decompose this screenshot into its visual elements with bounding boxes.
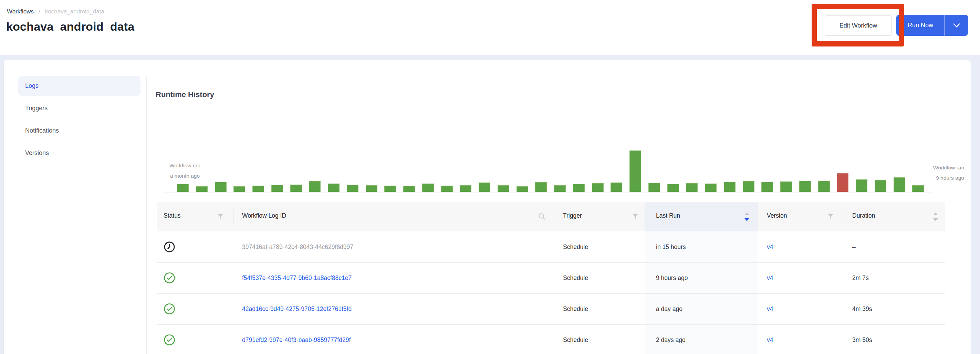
section-heading: Runtime History [156, 90, 214, 99]
chart-bar-run [498, 185, 509, 192]
chart-bar-run [743, 181, 754, 192]
chart-bar-run [780, 182, 792, 192]
success-check-icon [164, 272, 175, 285]
chart-bar-run [761, 182, 773, 192]
run-now-button[interactable]: Run Now [896, 15, 945, 36]
row-divider [157, 324, 945, 325]
sidebar-item-triggers[interactable]: Triggers [18, 99, 140, 118]
chart-bar-run [554, 185, 566, 192]
run-options-button[interactable] [945, 15, 968, 36]
breadcrumb-current: kochava_android_data [45, 8, 104, 15]
sidebar-item-notifications[interactable]: Notifications [18, 121, 140, 140]
section-divider [156, 118, 964, 118]
chart-bar-run [271, 185, 283, 192]
page-title: kochava_android_data [6, 20, 134, 33]
sort-asc-icon[interactable] [745, 212, 749, 215]
version-link[interactable]: v4 [767, 244, 773, 251]
chart-bar-run [347, 185, 358, 192]
chart-bar-run [177, 184, 189, 192]
row-divider [157, 293, 945, 294]
chart-bar-run [384, 186, 396, 192]
last-run-cell: 2 days ago [656, 336, 686, 344]
chart-bar-run [535, 182, 547, 192]
sort-desc-icon[interactable] [745, 218, 749, 221]
chart-bar-run [422, 183, 434, 192]
sidebar-divider [146, 77, 147, 354]
sort-asc-icon[interactable] [933, 212, 938, 215]
chart-bar-run [818, 181, 830, 192]
chart-bar-run [875, 180, 886, 192]
success-check-icon [164, 334, 175, 347]
filter-icon[interactable] [827, 214, 834, 219]
header-divider [644, 209, 645, 224]
log-id-cell[interactable]: f54f537e-4335-4d77-9b60-1a8acf88c1e7 [242, 274, 352, 282]
column-header-duration[interactable]: Duration [852, 212, 875, 219]
version-link[interactable]: v4 [767, 305, 773, 313]
edit-workflow-button[interactable]: Edit Workflow [825, 15, 892, 36]
column-header-trigger[interactable]: Trigger [563, 212, 582, 219]
chart-bar-run [366, 185, 377, 192]
last-run-cell: in 15 hours [656, 244, 686, 251]
runtime-history-chart [177, 147, 924, 192]
chart-bar-run [234, 186, 245, 192]
chart-bar-run [912, 185, 924, 192]
chart-bar-run [441, 186, 453, 192]
chart-bar-run [460, 185, 471, 192]
duration-cell: – [852, 244, 856, 251]
sidebar-item-versions[interactable]: Versions [18, 143, 140, 163]
log-id-cell[interactable]: d791efd2-907e-40f3-baab-9859777fd29f [242, 336, 350, 344]
filter-icon[interactable] [217, 214, 223, 219]
chart-bar-run [517, 186, 528, 192]
chart-baseline [165, 192, 931, 193]
last-run-cell: a day ago [656, 305, 682, 313]
sort-desc-icon[interactable] [933, 218, 938, 221]
chart-bar-run [799, 181, 811, 192]
header-divider [233, 209, 234, 224]
chart-bar-run [252, 186, 264, 192]
chart-bar-run [309, 181, 321, 192]
chart-bar-run [648, 183, 660, 192]
column-header-status[interactable]: Status [164, 212, 181, 219]
version-link[interactable]: v4 [767, 336, 773, 344]
chart-bar-run [630, 150, 641, 192]
chart-bar-run [705, 183, 717, 192]
trigger-cell: Schedule [563, 244, 588, 251]
breadcrumb-root[interactable]: Workflows [7, 8, 34, 15]
breadcrumb: Workflows/kochava_android_data [7, 8, 104, 15]
chart-bar-run [611, 182, 622, 192]
sidebar-item-logs[interactable]: Logs [18, 76, 140, 96]
run-now-split-button: Run Now [896, 15, 968, 36]
last-run-cell: 9 hours ago [656, 274, 688, 282]
workflow-detail-page: { "breadcrumb": { "root": "Workflows", "… [0, 0, 980, 354]
trigger-cell: Schedule [563, 305, 588, 313]
scheduled-clock-icon [164, 241, 175, 254]
version-link[interactable]: v4 [767, 274, 773, 282]
column-header-version[interactable]: Version [767, 212, 787, 219]
trigger-cell: Schedule [563, 274, 588, 282]
chart-bar-run [573, 184, 585, 192]
chart-bar-run [686, 183, 698, 192]
breadcrumb-separator: / [38, 8, 40, 15]
chart-bar-run [479, 182, 490, 192]
search-icon[interactable] [538, 212, 546, 221]
header-divider [843, 209, 843, 224]
filter-icon[interactable] [632, 214, 638, 219]
chart-bar-run [667, 184, 679, 192]
column-header-last-run[interactable]: Last Run [656, 212, 680, 219]
chart-bar-run [724, 182, 735, 192]
column-header-log-id[interactable]: Workflow Log ID [242, 212, 286, 219]
duration-cell: 3m 50s [852, 336, 872, 344]
success-check-icon [164, 303, 175, 316]
chart-bar-run [215, 182, 227, 192]
duration-cell: 2m 7s [852, 274, 869, 282]
chart-bar-run [403, 186, 415, 192]
trigger-cell: Schedule [563, 336, 588, 344]
chart-bar-run [290, 185, 302, 192]
chevron-down-icon [953, 23, 960, 28]
row-divider [157, 262, 945, 263]
log-id-cell[interactable]: 42ad16cc-9d49-4275-9705-12ef2761f5fd [242, 305, 352, 313]
chart-bar-failed-run [837, 173, 848, 192]
chart-bar-run [592, 183, 604, 192]
chart-bar-run [894, 177, 905, 192]
chart-bar-run [328, 183, 339, 192]
